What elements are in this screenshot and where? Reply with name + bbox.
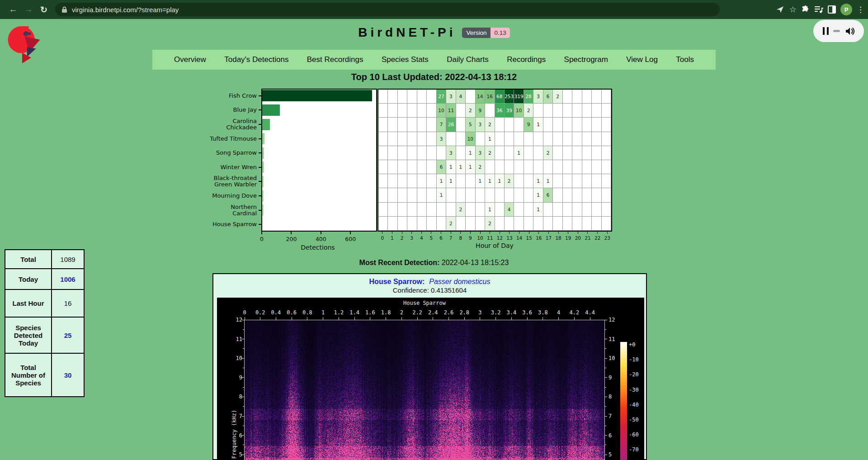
heat-cell: [592, 146, 601, 160]
spec-x-tick-label: 0.2: [255, 309, 265, 316]
heat-cell: 4: [505, 203, 514, 217]
heat-cell: [582, 146, 592, 160]
detections-bar: [262, 204, 264, 216]
heat-cell: [553, 217, 562, 231]
extensions-icon[interactable]: [801, 5, 810, 14]
heat-cell: [427, 118, 436, 132]
spec-axis-left: [244, 320, 245, 460]
nav-item-daily-charts[interactable]: Daily Charts: [447, 55, 489, 64]
stat-value: 16: [52, 289, 84, 317]
colorbar-tick-label: -40: [629, 402, 639, 408]
heat-cell: [417, 203, 427, 217]
stat-value-link[interactable]: 25: [52, 317, 84, 353]
heat-cell: 253: [505, 90, 514, 104]
stats-table: Total1089Today1006Last Hour16Species Det…: [5, 249, 85, 397]
hour-axis-tick-label: 1: [391, 235, 394, 241]
nav-item-recordings[interactable]: Recordings: [507, 55, 546, 64]
heat-cell: [533, 104, 543, 118]
heat-cell: [524, 217, 533, 231]
heat-cell: 14: [476, 90, 485, 104]
back-button[interactable]: ←: [5, 2, 21, 17]
profile-avatar[interactable]: P: [840, 4, 852, 15]
spec-y-tick: [242, 435, 245, 436]
heat-cell: 10: [514, 104, 524, 118]
seek-dash[interactable]: [833, 30, 840, 32]
reload-button[interactable]: ↻: [36, 2, 52, 17]
heat-cell: [505, 188, 514, 202]
heat-cell: [456, 104, 466, 118]
nav-item-view-log[interactable]: View Log: [626, 55, 658, 64]
hour-axis-tick: [529, 232, 529, 234]
audio-player[interactable]: [813, 20, 864, 42]
recent-value: 2022-04-13 18:15:23: [442, 259, 509, 266]
heat-cell: [563, 90, 572, 104]
spec-axis-top: [244, 320, 605, 320]
address-bar[interactable]: virginia.birdnetpi.com/?stream=play: [55, 3, 720, 16]
species-label: Blue Jay: [184, 107, 257, 113]
heat-cell: [572, 90, 582, 104]
heat-cell: [427, 174, 436, 188]
heat-cell: 2: [456, 203, 466, 217]
heat-cell: [582, 188, 592, 202]
hour-axis-tick-label: 4: [420, 235, 423, 241]
heat-cell: [553, 104, 562, 118]
hour-axis-tick-label: 19: [565, 235, 571, 241]
hour-axis-tick-label: 18: [555, 235, 561, 241]
nav-item-tools[interactable]: Tools: [676, 55, 694, 64]
spec-y-tick-right: [604, 358, 607, 359]
colorbar-tick-label: -70: [629, 446, 639, 453]
heat-cell: [398, 146, 407, 160]
forward-button[interactable]: →: [21, 2, 36, 17]
spec-axis-right: [604, 320, 605, 460]
heat-cell: [388, 188, 397, 202]
heat-cell: 2: [553, 90, 562, 104]
heat-cell: [378, 118, 388, 132]
hour-axis-tick-label: 13: [506, 235, 512, 241]
hour-axis-tick-label: 3: [410, 235, 413, 241]
menu-dots-icon[interactable]: ⋮: [857, 5, 864, 14]
heat-cell: 1: [514, 146, 524, 160]
species-tick: [259, 167, 261, 168]
bar-axis-tick: [350, 232, 351, 234]
bar-axis-tick: [321, 232, 321, 234]
heat-cell: 1: [446, 160, 456, 174]
playlist-icon[interactable]: [814, 5, 823, 14]
spec-x-tick: [370, 317, 370, 320]
heat-cell: [427, 146, 436, 160]
heat-cell: [476, 217, 485, 231]
share-icon[interactable]: [776, 5, 785, 14]
heat-cell: 9: [476, 104, 485, 118]
spec-y-tick: [242, 377, 245, 378]
nav-item-best-recordings[interactable]: Best Recordings: [307, 55, 363, 64]
spec-y-minortick-right: [604, 329, 606, 330]
nav-item-today-s-detections[interactable]: Today's Detections: [224, 55, 288, 64]
nav-item-overview[interactable]: Overview: [174, 55, 206, 64]
species-label: Song Sparrow: [184, 150, 257, 156]
detection-species-link[interactable]: House Sparrow:: [369, 278, 425, 285]
nav-item-spectrogram[interactable]: Spectrogram: [564, 55, 608, 64]
spec-y-tick-right: [604, 377, 607, 378]
side-panel-icon[interactable]: [828, 5, 836, 14]
heat-cell: [485, 188, 495, 202]
detection-scientific-name[interactable]: Passer domesticus: [429, 278, 490, 285]
heat-cell: [505, 217, 514, 231]
spec-x-tick-label: 3.4: [507, 309, 517, 316]
stat-value-link[interactable]: 1006: [52, 269, 84, 289]
bookmark-star-icon[interactable]: ☆: [789, 5, 797, 14]
species-label: Mourning Dove: [184, 193, 257, 199]
pause-button[interactable]: [823, 27, 829, 35]
heat-cell: [563, 132, 572, 146]
heat-cell: [563, 160, 572, 174]
heat-cell: [437, 217, 446, 231]
stat-value-link[interactable]: 30: [52, 353, 84, 397]
hour-axis-tick: [421, 232, 422, 234]
nav-item-species-stats[interactable]: Species Stats: [382, 55, 429, 64]
spec-y-minortick-right: [604, 368, 606, 368]
heat-cell: [388, 203, 397, 217]
heat-cell: 1: [533, 188, 543, 202]
heat-cell: 2: [466, 104, 475, 118]
heat-cell: [543, 118, 553, 132]
heat-cell: [592, 90, 601, 104]
volume-icon[interactable]: [845, 27, 855, 36]
spec-y-tick-label: 6: [232, 432, 242, 439]
